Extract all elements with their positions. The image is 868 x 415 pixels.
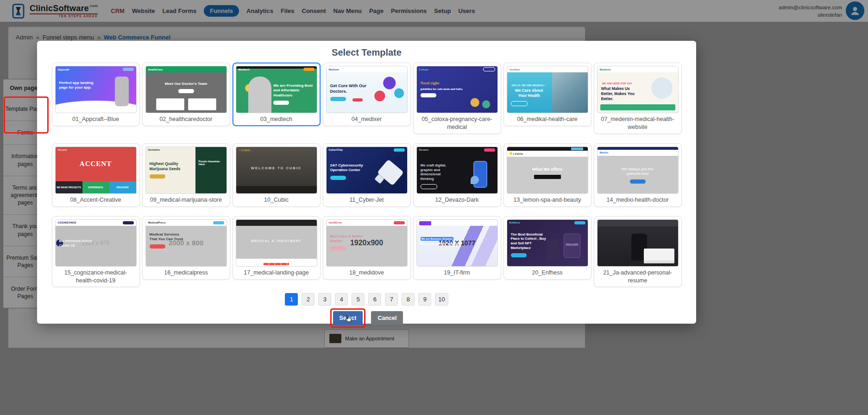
thumb-block xyxy=(156,98,184,110)
thumb-body: HELLO, WE ARE MEDIKAL ! We Care About Yo… xyxy=(507,72,588,106)
template-thumbnail: Medixer Get Cure With Our Doctors. xyxy=(326,66,408,113)
modal-actions: Select Cancel xyxy=(37,308,696,328)
thumb-body: We are Providing Best and Affordable Hea… xyxy=(236,72,317,105)
thumb-eyebrow: WE ARE HERE FOR YOU xyxy=(601,82,633,85)
thumb-headline: Meet Our Doctor's Team xyxy=(150,82,223,86)
select-button-highlight: Select xyxy=(330,308,366,328)
thumb-cta-button xyxy=(330,176,346,180)
screen: ClinicSoftware.com TEN STEPS AHEAD CRMWe… xyxy=(0,0,868,415)
thumb-navbar: CyberChip xyxy=(327,147,407,153)
thumb-logo: medikal xyxy=(509,68,520,71)
thumb-body: The Best Beneficial Place to Collect , B… xyxy=(507,226,588,257)
template-card-14-medixi-health-doctor[interactable]: Medixi We always put the patients first … xyxy=(594,143,682,207)
thumb-headline: MEDICAL & TREATMENT xyxy=(240,239,313,243)
template-card-03-medtech[interactable]: Medtech We are Providing Best and Afford… xyxy=(233,63,321,126)
template-card-18-medidove[interactable]: mediDove Best Care & Better Doctor. 1920… xyxy=(323,216,411,280)
template-thumbnail: MEDICAL & TREATMENT xyxy=(236,219,317,267)
thumb-navbar: HealthCare xyxy=(146,66,226,72)
template-name: 10_Cubic xyxy=(236,194,317,205)
thumb-headline: WELCOME TO CUBIC xyxy=(240,166,313,171)
thumb-navbar: Devazo xyxy=(417,147,497,153)
thumb-cta-button xyxy=(330,246,346,250)
template-card-01-appcraft-blue[interactable]: Appcraft Perfect app landing page for yo… xyxy=(52,63,140,126)
template-card-21-ja-advanced-personal-resume[interactable]: 21_Ja-advanced-personal-resume xyxy=(594,216,682,287)
thumb-logo: mediDove xyxy=(329,221,342,224)
thumb-logo: Herbalist xyxy=(148,148,160,151)
thumb-navbar: ⬡ CUBIC. xyxy=(236,147,317,153)
thumb-navbar: mediDove xyxy=(327,220,407,226)
thumb-navbar: medikal xyxy=(507,66,588,72)
template-card-09-medical-marijuana-store[interactable]: Herbalist Highest Quality Marijuana Seed… xyxy=(142,143,230,207)
thumb-navbar: Appcraft xyxy=(56,66,136,72)
thumb-body: Be Informed About Covid-19 xyxy=(56,226,136,249)
thumb-headline: The Best Beneficial Place to Collect , B… xyxy=(511,232,549,250)
template-thumbnail: ⬡ CUBIC. WELCOME TO CUBIC xyxy=(236,147,317,194)
template-name: 03_medtech xyxy=(236,113,317,125)
template-thumbnail: HealthCare Meet Our Doctor's Team xyxy=(145,66,227,113)
modal-title: Select Template xyxy=(37,47,696,58)
page-button-3[interactable]: 3 xyxy=(318,293,331,306)
template-card-19-it-firm[interactable]: We are Business Solution Prosper in this… xyxy=(413,216,501,280)
thumb-nav-button xyxy=(574,221,585,224)
thumb-headline: What Makes Us Better, Makes You Better. xyxy=(601,86,642,102)
cancel-button[interactable]: Cancel xyxy=(371,311,403,325)
template-card-04-medixer[interactable]: Medixer Get Cure With Our Doctors. 04_me… xyxy=(323,63,411,126)
template-thumbnail: Devazo We craft digital, graphic and dim… xyxy=(416,147,498,194)
template-thumbnail: Accent ACCENT WE MAKE PROJECTSEXPERIENCE… xyxy=(55,147,137,194)
thumb-logo: Devazo xyxy=(419,148,429,151)
thumb-body: WELCOME TO CUBIC xyxy=(236,153,317,171)
template-name: 11_Cyber-Jet xyxy=(326,194,408,205)
template-thumbnail: Coloxa Need right guideline for safe mom… xyxy=(416,66,498,113)
thumb-cta-button xyxy=(511,253,527,257)
page-button-10[interactable]: 10 xyxy=(435,293,448,306)
thumb-nav-button xyxy=(394,221,405,224)
page-button-8[interactable]: 8 xyxy=(402,293,415,306)
thumb-eyebrow: HELLO, WE ARE MEDIKAL ! xyxy=(511,83,547,87)
template-name: 04_medixer xyxy=(326,113,408,125)
template-card-16-medicalpress[interactable]: MedicalPress Medical Services That You C… xyxy=(142,216,230,280)
template-card-15-cognizance-medical-health-covid-19[interactable]: COGNIZANCE Be Informed About Covid-19 19… xyxy=(52,216,140,287)
thumb-logo: Medtech xyxy=(239,68,250,71)
thumb-navbar: Medixer xyxy=(327,66,407,72)
page-button-9[interactable]: 9 xyxy=(418,293,431,306)
template-card-08-accent-creative[interactable]: Accent ACCENT WE MAKE PROJECTSEXPERIENCE… xyxy=(52,143,140,207)
thumb-nav-button xyxy=(483,67,495,71)
template-card-11-cyber-jet[interactable]: CyberChip 24/7 Cybersecurity Operation C… xyxy=(323,143,411,207)
template-thumbnail: Medenin WE ARE HERE FOR YOU What Makes U… xyxy=(597,66,679,113)
select-button[interactable]: Select xyxy=(333,311,363,325)
template-card-05-coloxa-pregnancy-care-medical[interactable]: Coloxa Need right guideline for safe mom… xyxy=(413,63,501,134)
template-name: 02_healthcaredoctor xyxy=(145,113,227,125)
thumb-headline: ACCENT xyxy=(59,160,132,169)
template-card-10-cubic[interactable]: ⬡ CUBIC. WELCOME TO CUBIC 10_Cubic xyxy=(233,143,321,207)
page-button-7[interactable]: 7 xyxy=(385,293,398,306)
thumb-body: We are Business Solution Prosper in this… xyxy=(417,226,497,246)
thumb-cta-button xyxy=(630,179,646,184)
thumb-body: Meet Our Doctor's Team xyxy=(146,72,226,93)
thumb-body: Highest Quality Marijuana Seeds xyxy=(146,153,226,179)
page-button-5[interactable]: 5 xyxy=(352,293,365,306)
thumb-navbar: Enfhess xyxy=(507,220,588,226)
template-card-12-devazo-dark[interactable]: Devazo We craft digital, graphic and dim… xyxy=(413,143,501,207)
thumb-body: What We offers xyxy=(507,157,588,179)
page-button-1[interactable]: 1 xyxy=(285,293,298,306)
template-card-13-lemon-spa-and-beauty[interactable]: LEMON What We offers 13_lemon-spa-and-be… xyxy=(503,143,591,207)
page-button-2[interactable]: 2 xyxy=(302,293,314,306)
thumb-navbar: Medtech xyxy=(236,66,317,72)
template-card-17-medical-landing-page[interactable]: MEDICAL & TREATMENT 17_medical-landing-p… xyxy=(233,216,321,280)
template-card-02-healthcaredoctor[interactable]: HealthCare Meet Our Doctor's Team 02_hea… xyxy=(142,63,230,126)
template-card-06-medikal-health-care[interactable]: medikal HELLO, WE ARE MEDIKAL ! We Care … xyxy=(503,63,591,126)
thumb-navbar: Medenin xyxy=(598,66,678,72)
template-card-07-medenin-medical-health-website[interactable]: Medenin WE ARE HERE FOR YOU What Makes U… xyxy=(594,63,682,134)
thumb-cta-button xyxy=(511,101,528,106)
thumb-nav-button xyxy=(123,221,134,224)
template-thumbnail: Enfhess The Best Beneficial Place to Col… xyxy=(507,219,588,267)
thumb-body: WE ARE HERE FOR YOU What Makes Us Better… xyxy=(598,72,678,102)
thumb-block: WE MAKE PROJECTS xyxy=(56,181,82,193)
page-button-4[interactable]: 4 xyxy=(335,293,348,306)
thumb-subtext: guideline for safe mom and baby. xyxy=(421,87,494,90)
thumb-headline: 24/7 Cybersecurity Operation Center xyxy=(330,163,371,173)
template-name: 07_medenin-medical-health-website xyxy=(597,113,679,133)
page-button-6[interactable]: 6 xyxy=(368,293,381,306)
template-card-20-enfhess[interactable]: Enfhess The Best Beneficial Place to Col… xyxy=(503,216,591,280)
pagination: 12345678910 xyxy=(37,293,696,306)
